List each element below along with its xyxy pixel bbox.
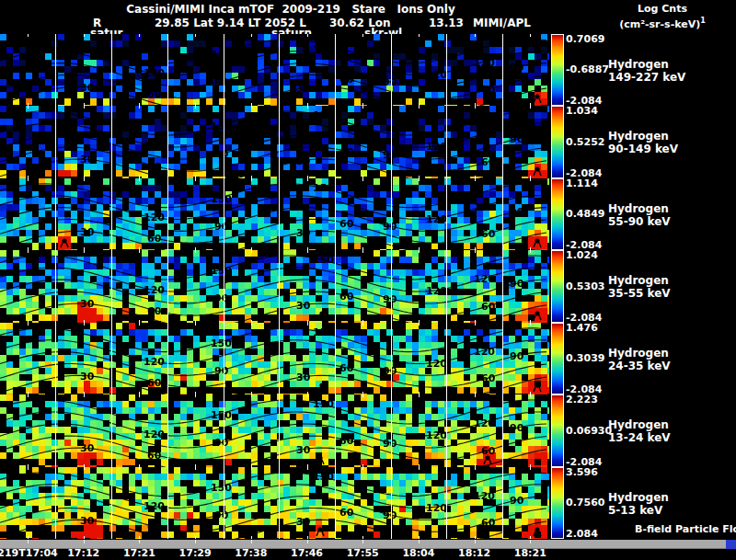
colorbar-label-mid: 0.5252 [566,136,604,148]
scrollbar-tick [530,540,531,543]
panel-label: Hydrogen13-24 keV [608,418,671,444]
species-label: Hydrogen [608,130,678,143]
panel-label: Hydrogen5-13 keV [608,491,669,517]
scrollbar-tick [419,540,420,543]
scrollbar-tick [28,540,29,543]
energy-range-label: 35-55 keV [608,287,671,300]
energy-range-label: 5-13 keV [608,504,669,517]
scrollbar-tick [307,540,308,543]
energy-range-label: 55-90 keV [608,215,671,228]
panel-label: Hydrogen55-90 keV [608,202,671,228]
time-tick-label: 17:46 [291,547,323,559]
colorbar-units: (cm²-sr-s-keV)1 [591,15,734,30]
colorbar [551,467,564,539]
colorbar [551,394,564,467]
page-title: Cassini/MIMI Inca mTOF 2009-219 Stare Io… [0,3,581,16]
colorbar-label-mid: -0.6887 [566,63,609,75]
spectrogram-canvas [0,106,549,178]
panel-label: Hydrogen90-149 keV [608,130,678,155]
scrollbar-tick [251,540,252,543]
time-tick-label: 17:38 [235,547,267,559]
time-tick-label: 18:21 [514,547,546,559]
time-tick-label: 17:55 [347,547,379,559]
time-tick-label: 18:04 [402,547,434,559]
spectrogram-panel-1: 0.7069-0.6887-2.084Hydrogen149-227 keV [0,34,736,106]
subtitle-part: 13.13 [429,17,464,29]
spectrogram-canvas [0,178,549,250]
colorbar [551,106,564,178]
scrollbar-button[interactable] [726,540,736,549]
spectrogram-panel-6: 2.2230.06930-2.084Hydrogen13-24 keV [0,394,736,467]
scrollbar-tick [84,540,85,543]
energy-range-label: 13-24 keV [608,431,671,444]
species-label: Hydrogen [608,58,685,71]
time-tick-label: 17:21 [123,547,155,559]
panel-label: Hydrogen149-227 keV [608,58,685,84]
scrollbar-tick [195,540,196,543]
scrollbar-tick [139,540,140,543]
colorbar-label-top: 1.034 [566,105,598,117]
colorbar-label-mid: 0.4849 [566,208,604,220]
time-tick-label: 17:12 [67,547,99,559]
colorbar-label-top: 1.114 [566,177,598,189]
panel-label: Hydrogen24-35 keV [608,347,671,372]
colorbar-scale-label: Log Cnts [591,3,734,15]
time-tick-label: 17:29 [179,547,212,559]
spectrogram-canvas [0,323,549,394]
spectrogram-panel-2: 1.0340.5252-2.084Hydrogen90-149 keV [0,106,736,178]
scrollbar-tick [475,540,476,543]
colorbar [551,34,564,106]
energy-range-label: 149-227 keV [608,71,685,84]
panel-label: Hydrogen35-55 keV [608,274,671,300]
colorbar-label-mid: 0.06930 [566,425,612,437]
species-label: Hydrogen [608,418,671,431]
spectrogram-panel-5: 1.4760.3039-2.084Hydrogen24-35 keV [0,323,736,394]
colorbar-label-top: 3.596 [566,466,598,478]
colorbar-label-top: 1.024 [566,249,598,261]
species-label: Hydrogen [608,274,671,287]
colorbar-title: Log Cnts (cm²-sr-s-keV)1 [591,3,734,30]
spectrogram-canvas [0,250,549,323]
colorbar [551,323,564,394]
colorbar-label-mid: 0.3039 [566,352,604,364]
colorbar-label-mid: 0.7560 [566,497,604,509]
species-label: Hydrogen [608,347,671,360]
time-tick-label: 219T17:04 [0,547,58,559]
colorbar [551,250,564,323]
colorbar-label-top: 0.7069 [566,33,604,45]
energy-range-label: 90-149 keV [608,143,678,155]
spectrogram-panel-3: 1.1140.4849-2.084Hydrogen55-90 keV [0,178,736,250]
species-label: Hydrogen [608,202,671,215]
units-exponent: 1 [700,17,706,25]
scrollbar-tick [362,540,363,543]
time-tick-label: 18:12 [458,547,490,559]
species-label: Hydrogen [608,491,669,504]
spectrogram-canvas [0,34,549,106]
colorbar [551,178,564,250]
spectrogram-canvas [0,394,549,467]
colorbar-label-top: 1.476 [566,322,598,334]
spectrogram-panel-7: 3.5960.75602.084Hydrogen5-13 keV [0,467,736,539]
colorbar-label-top: 2.223 [566,394,598,406]
colorbar-label-mid: 0.5303 [566,280,604,292]
subtitle-part: MIMI/APL [473,17,531,29]
spectrogram-panel-4: 1.0240.5303-2.084Hydrogen35-55 keV [0,250,736,323]
colorbar-label-bot: 2.084 [566,528,598,540]
mimi-inca-display: Cassini/MIMI Inca mTOF 2009-219 Stare Io… [0,0,736,560]
bfield-flow-label: B-field Particle Flow [635,523,736,535]
spectrogram-canvas [0,467,549,539]
energy-range-label: 24-35 keV [608,360,671,372]
